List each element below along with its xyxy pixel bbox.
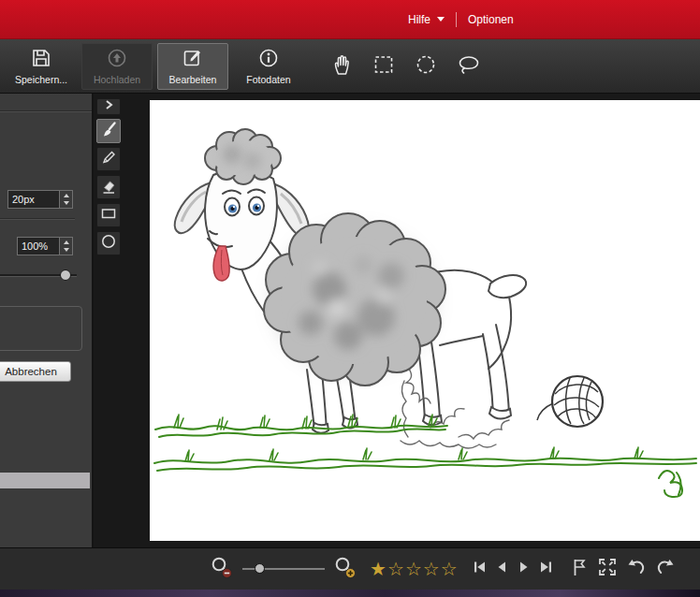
dashed-ellipse-icon [416, 54, 436, 79]
options-menu[interactable]: Optionen [460, 8, 521, 31]
flag-icon [570, 557, 589, 581]
help-menu-label: Hilfe [408, 13, 430, 26]
chevron-down-icon [437, 17, 445, 22]
last-image-button[interactable] [539, 559, 554, 579]
stepper-down-icon [64, 201, 69, 205]
fullscreen-button[interactable] [597, 557, 618, 581]
redo-icon [655, 557, 676, 581]
photodata-button-label: Fotodaten [246, 74, 290, 85]
chevron-right-icon [102, 98, 115, 115]
edit-button[interactable]: Bearbeiten [157, 43, 228, 90]
desktop-background-strip [0, 590, 700, 597]
drawing-tool-palette [96, 98, 121, 255]
upload-button[interactable]: Hochladen [81, 43, 153, 90]
options-menu-label: Optionen [468, 13, 514, 26]
panel-divider [0, 218, 75, 219]
next-image-button[interactable] [517, 559, 532, 579]
rectangle-icon [100, 205, 117, 226]
flag-button[interactable] [570, 557, 589, 581]
dashed-rectangle-icon [373, 54, 394, 79]
save-button-label: Speichern... [15, 74, 67, 85]
eraser-icon [100, 177, 117, 197]
stepper-up-icon [64, 194, 69, 197]
first-icon [472, 559, 487, 579]
star-3[interactable]: ☆ [405, 560, 422, 578]
ellipse-select-tool-button[interactable] [416, 54, 436, 79]
star-4[interactable]: ☆ [423, 560, 440, 578]
magnifier-plus-icon [333, 555, 357, 583]
pan-tool-button[interactable] [331, 54, 352, 79]
star-5[interactable]: ☆ [441, 560, 458, 578]
edit-button-label: Bearbeiten [169, 74, 217, 85]
panel-divider [0, 110, 92, 111]
redo-button[interactable] [655, 557, 676, 581]
zoom-in-button[interactable] [333, 555, 357, 583]
upload-button-label: Hochladen [94, 74, 140, 85]
main-toolbar: Speichern... Hochladen Bearbeiten Fotoda… [0, 39, 700, 94]
pencil-tool-button[interactable] [96, 147, 121, 171]
zoom-slider[interactable] [242, 562, 325, 575]
last-icon [539, 559, 554, 579]
slider-knob[interactable] [255, 563, 265, 574]
menu-separator [456, 12, 457, 27]
previous-image-button[interactable] [494, 559, 509, 579]
drawing-canvas[interactable] [150, 100, 700, 541]
image-navigation [472, 559, 554, 579]
save-button[interactable]: Speichern... [6, 43, 77, 90]
pencil-icon [100, 149, 117, 169]
options-group-box [0, 306, 82, 351]
next-icon [517, 559, 532, 579]
status-bar: ★☆☆☆☆ [0, 547, 700, 590]
brush-tool-button[interactable] [96, 119, 121, 143]
brush-size-stepper[interactable] [60, 190, 73, 209]
star-2[interactable]: ☆ [387, 560, 404, 578]
sheep-drawing [150, 100, 700, 541]
photodata-button[interactable]: Fotodaten [233, 43, 304, 90]
previous-icon [494, 559, 509, 579]
brush-size-row [7, 190, 73, 209]
eraser-tool-button[interactable] [96, 175, 121, 199]
brush-size-input[interactable] [7, 190, 60, 209]
opacity-row [17, 237, 73, 255]
brush-icon [100, 121, 117, 141]
first-image-button[interactable] [472, 559, 487, 579]
zoom-out-button[interactable] [210, 555, 234, 583]
star-1[interactable]: ★ [370, 560, 386, 578]
cancel-button[interactable]: Abbrechen [0, 361, 71, 382]
ellipse-icon [100, 233, 117, 254]
rectangle-tool-button[interactable] [96, 203, 121, 227]
rect-select-tool-button[interactable] [373, 54, 394, 79]
undo-button[interactable] [626, 557, 647, 581]
opacity-slider[interactable] [0, 269, 77, 281]
slider-knob[interactable] [60, 269, 71, 281]
ellipse-tool-button[interactable] [96, 231, 121, 255]
edit-icon [182, 47, 204, 71]
save-icon [30, 47, 52, 71]
panel-list-item [0, 473, 90, 488]
undo-icon [626, 557, 647, 581]
opacity-input[interactable] [17, 237, 60, 255]
palette-expand-button[interactable] [96, 98, 121, 115]
info-icon [257, 47, 280, 71]
star-rating: ★☆☆☆☆ [370, 560, 458, 578]
workspace: Abbrechen [0, 94, 700, 547]
lasso-icon [458, 53, 480, 80]
upload-icon [106, 47, 128, 71]
stepper-down-icon [64, 248, 69, 252]
selection-tools [331, 53, 480, 80]
magnifier-minus-icon [210, 555, 234, 583]
hand-icon [331, 54, 352, 79]
help-menu[interactable]: Hilfe [401, 8, 452, 31]
lasso-select-tool-button[interactable] [458, 53, 480, 80]
opacity-stepper[interactable] [60, 237, 73, 255]
title-bar: Hilfe Optionen [0, 0, 700, 39]
stepper-up-icon [64, 240, 69, 244]
tool-options-panel: Abbrechen [0, 94, 94, 547]
photo-editor-window: Hilfe Optionen Speichern... Hochladen Be… [0, 0, 700, 597]
fullscreen-icon [597, 557, 618, 581]
